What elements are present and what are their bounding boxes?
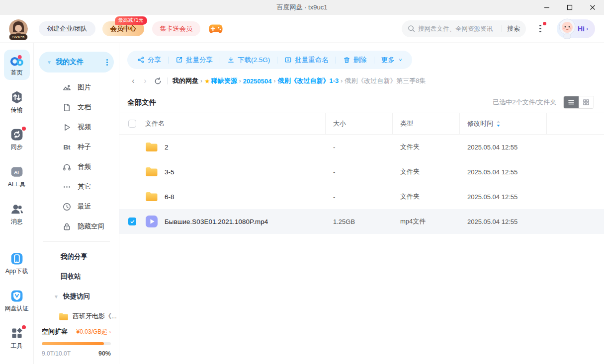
- maximize-button[interactable]: [558, 0, 581, 15]
- sidebar-link[interactable]: 回收站: [34, 267, 119, 287]
- sidebar-item-other[interactable]: 其它: [34, 177, 119, 197]
- sidebar-item-lock[interactable]: 隐藏空间: [34, 217, 119, 236]
- toolbar-button-3[interactable]: 下载(2.5G): [227, 56, 270, 65]
- caret-down-icon: ▼: [47, 60, 52, 65]
- caret-down-icon: ▼: [54, 294, 59, 299]
- create-team-button[interactable]: 创建企业/团队: [39, 21, 95, 36]
- folder-name: 西班牙电影《...: [73, 312, 117, 321]
- category-label: 图片: [78, 83, 91, 92]
- column-header-modified[interactable]: 修改时间: [460, 113, 547, 134]
- toolbar-separator: [336, 57, 336, 64]
- vip-center-button[interactable]: 会员中心 最高减71元: [102, 21, 144, 36]
- toolbar-button-1[interactable]: 分享: [137, 56, 161, 65]
- column-header-name[interactable]: 文件名: [145, 113, 326, 134]
- table-header: 文件名大小类型修改时间: [119, 113, 604, 135]
- breadcrumb-item[interactable]: 我的网盘: [173, 76, 198, 85]
- column-header-type[interactable]: 类型: [393, 113, 460, 134]
- nav-back-button[interactable]: ‹: [127, 76, 139, 85]
- storage-progress-bar: [42, 342, 111, 345]
- rail-item-tools[interactable]: 工具: [4, 323, 30, 353]
- column-header-size[interactable]: 大小: [326, 113, 393, 134]
- sort-icon[interactable]: [496, 120, 501, 127]
- tools-icon: [10, 326, 24, 340]
- column-label: 修改时间: [467, 119, 493, 128]
- breadcrumb-separator: ›: [341, 77, 343, 84]
- close-button[interactable]: [581, 0, 604, 15]
- sidebar-item-bt[interactable]: Bt种子: [34, 137, 119, 157]
- rail-top-items: 首页传输同步AIAI工具消息: [4, 50, 30, 236]
- svg-text:AI: AI: [14, 169, 19, 175]
- rail-item-home[interactable]: 首页: [4, 50, 30, 80]
- toolbar-separator: [168, 57, 169, 64]
- search-input[interactable]: [418, 25, 497, 32]
- title-bar: 百度网盘 · tx9uc1: [0, 0, 604, 15]
- storage-progress-fill: [42, 342, 104, 345]
- table-row[interactable]: 2-文件夹2025.05.04 12:55: [119, 135, 604, 159]
- column-header-spacer: [547, 113, 604, 134]
- rail-item-message[interactable]: 消息: [4, 199, 30, 229]
- app-body: 首页传输同步AIAI工具消息 App下载网盘认证工具 ▼ 我的文件 图片文档视频…: [0, 43, 604, 364]
- rail-item-app-download[interactable]: App下载: [4, 248, 30, 279]
- quick-access-folder[interactable]: 西班牙电影《...: [34, 306, 119, 321]
- table-row[interactable]: Бывшие.S03E01.2021.1080P.mp41.25GBmp4文件2…: [119, 209, 604, 234]
- rename-icon: [284, 56, 292, 64]
- assistant-button[interactable]: Hi ›: [557, 19, 595, 38]
- row-checkbox[interactable]: [128, 218, 136, 225]
- breadcrumb-item[interactable]: 20250504: [243, 77, 272, 85]
- message-icon: [10, 202, 24, 216]
- breadcrumb-item[interactable]: 俄剧《改过自新》1-3: [278, 76, 339, 85]
- toolbar-button-6[interactable]: 更多∨: [381, 56, 402, 65]
- storage-price-label: ¥0.03/GB起: [77, 328, 108, 335]
- my-files-menu-icon[interactable]: [106, 59, 108, 66]
- sidebar-item-recent[interactable]: 最近: [34, 197, 119, 217]
- toolbar-button-2[interactable]: 批量分享: [175, 56, 213, 65]
- toolbar-button-4[interactable]: 批量重命名: [284, 56, 329, 65]
- table-row[interactable]: 3-5-文件夹2025.05.04 12:55: [119, 159, 604, 184]
- sidebar-item-audio[interactable]: 音频: [34, 157, 119, 177]
- grid-view-button[interactable]: [579, 96, 594, 108]
- file-type: 文件夹: [393, 143, 460, 151]
- file-size: 1.25GB: [326, 218, 393, 225]
- card-promo-button[interactable]: 集卡送会员: [152, 21, 200, 36]
- play-icon: [62, 123, 72, 132]
- storage-upgrade-link[interactable]: ¥0.03/GB起 ›: [77, 328, 111, 336]
- rail-item-transfer[interactable]: 传输: [4, 87, 30, 117]
- kebab-menu-icon: [539, 25, 541, 33]
- storage-percent-label: 90%: [98, 350, 111, 357]
- sidebar-item-doc[interactable]: 文档: [34, 97, 119, 117]
- view-toggle: [563, 96, 594, 109]
- rail-item-ai-tools[interactable]: AIAI工具: [4, 161, 30, 192]
- doc-icon: [62, 103, 72, 112]
- search-button[interactable]: 搜索: [507, 24, 520, 33]
- delete-icon: [343, 56, 350, 64]
- sidebar-item-play[interactable]: 视频: [34, 117, 119, 137]
- user-avatar[interactable]: SVIP5: [9, 19, 28, 38]
- breadcrumb: 我的网盘›★稀缺资源›20250504›俄剧《改过自新》1-3›俄剧《改过自新》…: [173, 76, 426, 85]
- bt-icon: Bt: [62, 143, 72, 152]
- sidebar-divider: [43, 241, 110, 242]
- sidebar-link[interactable]: 我的分享: [34, 247, 119, 267]
- nav-forward-button[interactable]: ›: [139, 76, 151, 85]
- table-row[interactable]: 6-8-文件夹2025.05.04 12:55: [119, 184, 604, 209]
- rail-item-verify[interactable]: 网盘认证: [4, 286, 30, 316]
- select-all-checkbox[interactable]: [128, 120, 136, 128]
- video-file-icon: [145, 216, 158, 227]
- rail-item-sync[interactable]: 同步: [4, 124, 30, 154]
- breadcrumb-item[interactable]: ★稀缺资源: [204, 76, 237, 85]
- game-icon[interactable]: [208, 23, 223, 35]
- sidebar-item-my-files[interactable]: ▼ 我的文件: [39, 52, 114, 73]
- toolbar-separator: [374, 57, 374, 64]
- toolbar-button-5[interactable]: 删除: [343, 56, 367, 65]
- sync-icon: [10, 128, 24, 142]
- my-files-label: 我的文件: [56, 58, 106, 67]
- breadcrumb-row: ‹ › 我的网盘›★稀缺资源›20250504›俄剧《改过自新》1-3›俄剧《改…: [119, 71, 604, 91]
- minimize-button[interactable]: [535, 0, 558, 15]
- more-menu-button[interactable]: [534, 20, 547, 37]
- sidebar-item-quick-access[interactable]: ▼ 快捷访问: [34, 287, 119, 306]
- search-box[interactable]: 搜索: [402, 20, 526, 37]
- batch-share-icon: [175, 56, 183, 64]
- action-toolbar: 分享批量分享下载(2.5G)批量重命名删除更多∨: [127, 51, 412, 69]
- list-view-button[interactable]: [564, 96, 579, 108]
- refresh-button[interactable]: [151, 77, 164, 85]
- sidebar-item-image[interactable]: 图片: [34, 77, 119, 97]
